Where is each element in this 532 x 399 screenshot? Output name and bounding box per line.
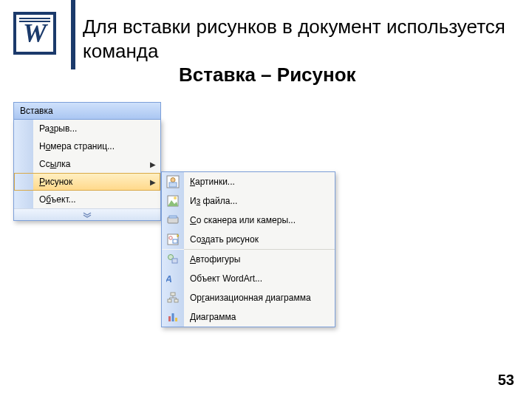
gutter xyxy=(14,173,33,191)
svg-marker-11 xyxy=(177,234,179,237)
page-number: 53 xyxy=(498,372,514,389)
submenu-item-wordart[interactable]: A Объект WordArt... xyxy=(162,269,335,288)
submenu-item-label: Автофигуры xyxy=(184,254,335,265)
wordart-icon: A xyxy=(162,269,184,288)
menu-item-label: Объект... xyxy=(33,194,160,205)
submenu-item-label: Из файла... xyxy=(184,196,335,206)
submenu-item-from-file[interactable]: Из файла... xyxy=(162,191,335,211)
submenu-item-label: Со сканера или камеры... xyxy=(184,215,335,225)
submenu-item-label: Объект WordArt... xyxy=(184,273,335,284)
svg-point-1 xyxy=(171,178,175,183)
svg-rect-20 xyxy=(175,318,177,321)
svg-rect-16 xyxy=(168,299,171,302)
submenu-item-scanner[interactable]: Со сканера или камеры... xyxy=(162,211,335,230)
picture-submenu: Картинки... Из файла... Со сканера или к… xyxy=(161,171,335,327)
svg-rect-7 xyxy=(169,216,177,218)
submenu-item-org-chart[interactable]: Организационная диаграмма xyxy=(162,288,335,307)
submenu-item-label: Диаграмма xyxy=(184,312,335,322)
svg-rect-15 xyxy=(171,293,175,296)
menu-item-label: Рисунок xyxy=(33,177,160,187)
menu-item-label: Разрыв... xyxy=(33,123,160,134)
svg-rect-13 xyxy=(172,259,177,263)
org-chart-icon xyxy=(162,288,184,307)
submenu-item-clipart[interactable]: Картинки... xyxy=(162,172,335,191)
svg-rect-2 xyxy=(169,183,177,187)
svg-rect-19 xyxy=(172,313,174,321)
submenu-item-label: Организационная диаграмма xyxy=(184,293,335,303)
gutter xyxy=(14,137,33,155)
submenu-item-chart[interactable]: Диаграмма xyxy=(162,307,335,327)
submenu-arrow-icon: ▶ xyxy=(150,160,156,168)
menu-item-object[interactable]: Объект... xyxy=(14,191,160,208)
menu-popup: Разрыв... Номера страниц... Ссылка ▶ Рис… xyxy=(13,119,161,221)
chevron-down-icon xyxy=(82,211,92,219)
submenu-item-autoshapes[interactable]: Автофигуры xyxy=(162,250,335,269)
gutter xyxy=(14,191,33,208)
svg-rect-17 xyxy=(174,299,178,302)
headline-line1: Для вставки рисунков в документ использу… xyxy=(83,16,505,62)
headline: Для вставки рисунков в документ использу… xyxy=(83,15,514,87)
menu-title-label: Вставка xyxy=(20,106,53,116)
new-drawing-icon xyxy=(162,230,184,249)
menu-item-label: Ссылка xyxy=(33,159,160,169)
submenu-arrow-icon: ▶ xyxy=(150,178,156,186)
autoshapes-icon xyxy=(162,250,184,269)
menu-title[interactable]: Вставка xyxy=(13,102,161,119)
gutter xyxy=(14,155,33,173)
menu-expand-button[interactable] xyxy=(14,208,160,220)
from-file-icon xyxy=(162,191,184,211)
menu-item-reference[interactable]: Ссылка ▶ xyxy=(14,155,160,173)
chart-icon xyxy=(162,307,184,327)
svg-point-5 xyxy=(174,197,177,200)
menu-item-break[interactable]: Разрыв... xyxy=(14,120,160,137)
submenu-item-new-drawing[interactable]: Создать рисунок xyxy=(162,230,335,249)
slide-accent-bar xyxy=(71,0,75,69)
gutter xyxy=(14,120,33,137)
svg-rect-18 xyxy=(168,316,171,321)
submenu-item-label: Создать рисунок xyxy=(184,234,335,245)
clipart-icon xyxy=(162,172,184,191)
menu-item-page-numbers[interactable]: Номера страниц... xyxy=(14,137,160,155)
word-logo: W xyxy=(13,12,56,55)
menu-item-label: Номера страниц... xyxy=(33,141,160,151)
svg-text:A: A xyxy=(166,273,174,284)
headline-line2: Вставка – Рисунок xyxy=(83,63,356,87)
scanner-icon xyxy=(162,211,184,230)
menu-item-picture[interactable]: Рисунок ▶ xyxy=(14,173,160,191)
insert-menu: Вставка Разрыв... Номера страниц... Ссыл… xyxy=(13,102,161,221)
submenu-item-label: Картинки... xyxy=(184,177,335,187)
